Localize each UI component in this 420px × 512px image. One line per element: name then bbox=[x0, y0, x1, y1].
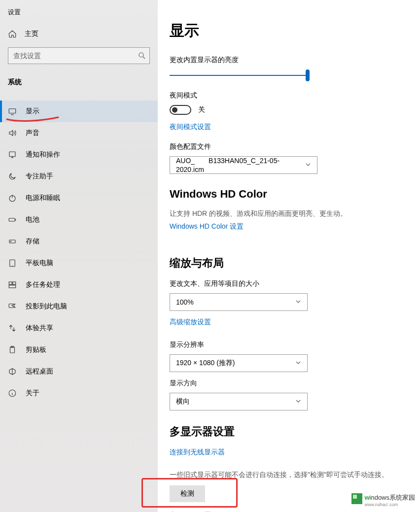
slider-track bbox=[170, 75, 310, 76]
sidebar-item-remote[interactable]: 远程桌面 bbox=[0, 361, 158, 382]
night-light-label: 夜间模式 bbox=[170, 91, 420, 100]
storage-icon bbox=[8, 237, 17, 246]
sidebar-item-label: 体验共享 bbox=[26, 324, 53, 333]
search-icon[interactable] bbox=[138, 51, 146, 60]
multi-display-title: 多显示器设置 bbox=[170, 424, 420, 439]
svg-rect-4 bbox=[9, 218, 15, 221]
clipboard-icon bbox=[8, 345, 17, 354]
sidebar-item-label: 显示 bbox=[26, 107, 39, 116]
section-label: 系统 bbox=[0, 72, 158, 92]
search-box[interactable] bbox=[8, 47, 150, 64]
brightness-label: 更改内置显示器的亮度 bbox=[170, 56, 420, 65]
page-title: 显示 bbox=[170, 21, 420, 41]
sidebar-item-shared[interactable]: 体验共享 bbox=[0, 317, 158, 339]
resolution-value: 1920 × 1080 (推荐) bbox=[176, 359, 235, 368]
scaling-title: 缩放与布局 bbox=[170, 256, 420, 271]
project-icon bbox=[8, 302, 17, 311]
sidebar-item-about[interactable]: 关于 bbox=[0, 382, 158, 404]
svg-point-6 bbox=[10, 241, 11, 241]
sidebar-item-notifications[interactable]: 通知和操作 bbox=[0, 144, 158, 166]
hd-color-desc: 让支持 HDR 的视频、游戏和应用的画面更明亮、更生动。 bbox=[170, 209, 420, 218]
svg-rect-9 bbox=[13, 282, 16, 284]
color-profile-select[interactable]: AUO_ B133HAN05_C_21-05-2020.icm bbox=[170, 156, 317, 174]
hd-color-title: Windows HD Color bbox=[170, 188, 420, 201]
home-icon bbox=[8, 30, 17, 38]
sidebar-item-label: 多任务处理 bbox=[26, 280, 60, 289]
multi-display-desc: 一些旧式显示器可能不会进行自动连接，选择"检测"即可尝试手动连接。 bbox=[170, 471, 420, 479]
scale-size-value: 100% bbox=[176, 298, 194, 306]
scale-size-label: 更改文本、应用等项目的大小 bbox=[170, 279, 420, 288]
sidebar-item-label: 声音 bbox=[26, 129, 39, 137]
sidebar-item-power[interactable]: 电源和睡眠 bbox=[0, 187, 158, 209]
color-profile-label: 颜色配置文件 bbox=[170, 142, 420, 151]
svg-rect-1 bbox=[9, 109, 16, 113]
slider-thumb[interactable] bbox=[306, 69, 310, 81]
chevron-down-icon bbox=[295, 398, 301, 406]
sidebar-item-label: 存储 bbox=[26, 237, 39, 246]
orientation-value: 横向 bbox=[176, 397, 190, 406]
detect-button[interactable]: 检测 bbox=[170, 485, 205, 502]
svg-rect-5 bbox=[9, 240, 15, 243]
sidebar-item-label: 电池 bbox=[26, 215, 39, 224]
sidebar-item-label: 投影到此电脑 bbox=[26, 302, 67, 311]
night-light-toggle[interactable] bbox=[170, 105, 191, 115]
sidebar-item-sound[interactable]: 声音 bbox=[0, 122, 158, 144]
svg-rect-10 bbox=[9, 285, 16, 288]
sidebar-item-multitask[interactable]: 多任务处理 bbox=[0, 274, 158, 296]
night-light-link[interactable]: 夜间模式设置 bbox=[170, 123, 211, 132]
sidebar-item-clipboard[interactable]: 剪贴板 bbox=[0, 339, 158, 361]
sidebar-item-focus[interactable]: 专注助手 bbox=[0, 166, 158, 187]
sidebar-item-display[interactable]: 显示 bbox=[0, 101, 158, 122]
sidebar-item-tablet[interactable]: 平板电脑 bbox=[0, 252, 158, 274]
color-profile-value: AUO_ B133HAN05_C_21-05-2020.icm bbox=[176, 157, 305, 173]
power-icon bbox=[8, 194, 17, 203]
moon-icon bbox=[8, 172, 17, 181]
night-light-state: 关 bbox=[198, 105, 205, 114]
brightness-slider[interactable] bbox=[170, 69, 310, 81]
resolution-select[interactable]: 1920 × 1080 (推荐) bbox=[170, 354, 308, 372]
notification-icon bbox=[8, 150, 17, 159]
display-icon bbox=[8, 107, 17, 116]
chevron-down-icon bbox=[295, 298, 301, 306]
night-light-toggle-row: 关 bbox=[170, 105, 420, 115]
sidebar-item-battery[interactable]: 电池 bbox=[0, 209, 158, 231]
svg-rect-8 bbox=[9, 282, 12, 284]
search-input[interactable] bbox=[8, 48, 149, 64]
sidebar-item-label: 平板电脑 bbox=[26, 259, 53, 268]
sidebar-item-projecting[interactable]: 投影到此电脑 bbox=[0, 296, 158, 317]
sidebar-item-label: 剪贴板 bbox=[26, 345, 46, 354]
advanced-scaling-link[interactable]: 高级缩放设置 bbox=[170, 318, 211, 327]
sidebar-item-label: 专注助手 bbox=[26, 172, 53, 181]
app-title: 设置 bbox=[0, 4, 158, 25]
remote-icon bbox=[8, 367, 17, 376]
resolution-label: 显示分辨率 bbox=[170, 341, 420, 349]
svg-rect-2 bbox=[9, 152, 15, 157]
hd-color-link[interactable]: Windows HD Color 设置 bbox=[170, 222, 244, 231]
svg-point-0 bbox=[139, 53, 143, 57]
wireless-display-link[interactable]: 连接到无线显示器 bbox=[170, 448, 225, 457]
sidebar-item-storage[interactable]: 存储 bbox=[0, 231, 158, 252]
nav: 显示 声音 通知和操作 专注助手 电源和睡眠 电池 存储 平板电脑 bbox=[0, 101, 158, 404]
home-button[interactable]: 主页 bbox=[0, 25, 158, 43]
sidebar-item-label: 关于 bbox=[26, 389, 39, 398]
tablet-icon bbox=[8, 259, 17, 268]
orientation-label: 显示方向 bbox=[170, 379, 420, 388]
chevron-down-icon bbox=[295, 359, 301, 367]
sidebar-item-label: 远程桌面 bbox=[26, 367, 53, 376]
sound-icon bbox=[8, 129, 17, 137]
shared-icon bbox=[8, 324, 17, 333]
chevron-down-icon bbox=[305, 161, 311, 169]
main-content: 显示 更改内置显示器的亮度 夜间模式 关 夜间模式设置 颜色配置文件 AUO_ … bbox=[158, 0, 420, 512]
sidebar: 设置 主页 系统 显示 声音 通知和操作 专注助手 电源和 bbox=[0, 0, 158, 512]
home-label: 主页 bbox=[25, 30, 38, 38]
battery-icon bbox=[8, 215, 17, 224]
orientation-select[interactable]: 横向 bbox=[170, 393, 308, 410]
multitask-icon bbox=[8, 280, 17, 289]
sidebar-item-label: 电源和睡眠 bbox=[26, 194, 60, 203]
sidebar-item-label: 通知和操作 bbox=[26, 150, 60, 159]
scale-size-select[interactable]: 100% bbox=[170, 293, 308, 311]
info-icon bbox=[8, 389, 17, 398]
